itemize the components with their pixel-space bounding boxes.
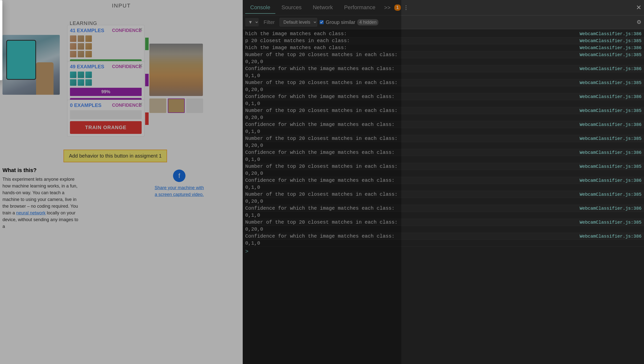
log-link[interactable]: WebcamClassifier.js:386 xyxy=(580,94,642,99)
log-link[interactable]: WebcamClassifier.js:385 xyxy=(580,220,642,225)
log-link[interactable]: WebcamClassifier.js:385 xyxy=(580,164,642,169)
devtools-menu-dots[interactable]: ⋮ xyxy=(403,5,409,11)
alert-dialog: localhost:3000 says Number of the top 20… xyxy=(0,0,2,80)
log-link[interactable]: WebcamClassifier.js:385 xyxy=(580,52,642,57)
log-link[interactable]: WebcamClassifier.js:385 xyxy=(580,136,642,141)
log-link[interactable]: WebcamClassifier.js:386 xyxy=(580,45,642,50)
devtools-close-button[interactable]: ✕ xyxy=(636,4,642,12)
log-link[interactable]: WebcamClassifier.js:386 xyxy=(580,31,642,36)
log-link[interactable]: WebcamClassifier.js:386 xyxy=(580,178,642,183)
log-link[interactable]: WebcamClassifier.js:386 xyxy=(580,66,642,71)
log-link[interactable]: WebcamClassifier.js:385 xyxy=(580,80,642,85)
log-link[interactable]: WebcamClassifier.js:385 xyxy=(580,108,642,113)
settings-gear-icon[interactable]: ⚙ xyxy=(636,19,642,26)
dialog-overlay: localhost:3000 says Number of the top 20… xyxy=(0,0,401,364)
log-link[interactable]: WebcamClassifier.js:386 xyxy=(580,206,642,211)
log-link[interactable]: WebcamClassifier.js:385 xyxy=(580,38,642,43)
log-link[interactable]: WebcamClassifier.js:386 xyxy=(580,234,642,239)
log-link[interactable]: WebcamClassifier.js:386 xyxy=(580,150,642,155)
log-link[interactable]: WebcamClassifier.js:386 xyxy=(580,122,642,127)
log-link[interactable]: WebcamClassifier.js:385 xyxy=(580,192,642,197)
